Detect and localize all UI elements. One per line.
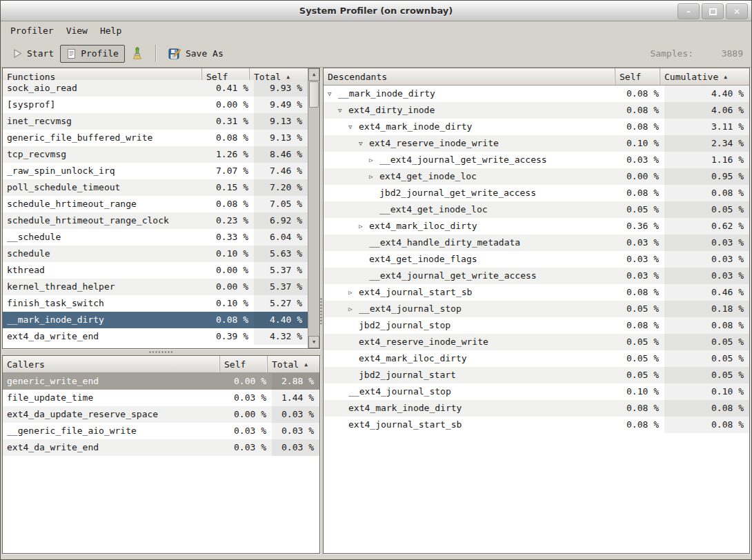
descendant-name-cell: ▷ext4_journal_start_sb xyxy=(324,284,624,301)
cumulative-percent-cell: 0.62 % xyxy=(664,218,749,234)
tree-row[interactable]: ▷ext4_journal_start_sb0.08 %0.46 % xyxy=(324,284,749,301)
descendants-column-header[interactable]: Descendants xyxy=(324,68,615,85)
table-row[interactable]: tcp_recvmsg1.26 %8.46 % xyxy=(3,146,308,163)
table-row[interactable]: _raw_spin_unlock_irq7.07 %7.46 % xyxy=(3,163,308,179)
profile-button[interactable]: Profile xyxy=(60,45,125,63)
tree-row[interactable]: ext4_mark_iloc_dirty0.05 %0.05 % xyxy=(324,350,749,367)
save-as-button[interactable]: Save As xyxy=(162,44,230,63)
descendant-name-cell: ▷ext4_get_inode_loc xyxy=(324,168,624,185)
sort-ascending-icon: ▲ xyxy=(286,74,290,80)
expander-open-icon[interactable]: ▽ xyxy=(338,102,348,119)
table-row[interactable]: __generic_file_aio_write0.03 %0.03 % xyxy=(3,423,319,439)
table-row[interactable]: __mark_inode_dirty0.08 %4.40 % xyxy=(3,312,308,328)
scroll-up-icon[interactable]: ▲ xyxy=(308,68,319,81)
tree-row[interactable]: __ext4_handle_dirty_metadata0.03 %0.03 % xyxy=(324,234,749,251)
total-percent-cell: 8.46 % xyxy=(254,146,308,163)
close-button[interactable]: ✕ xyxy=(726,3,748,19)
functions-scrollbar[interactable]: ▲ ▼ xyxy=(308,68,319,348)
function-name-cell: __generic_file_aio_write xyxy=(3,423,229,439)
expander-closed-icon[interactable]: ▷ xyxy=(359,218,369,234)
expander-closed-icon[interactable]: ▷ xyxy=(369,152,379,168)
table-row[interactable]: __schedule0.33 %6.04 % xyxy=(3,229,308,246)
vertical-splitter[interactable] xyxy=(320,68,323,554)
table-row[interactable]: kernel_thread_helper0.00 %5.37 % xyxy=(3,279,308,295)
start-button[interactable]: Start xyxy=(6,45,60,62)
expander-open-icon[interactable]: ▽ xyxy=(348,119,359,135)
table-row[interactable]: file_update_time0.03 %1.44 % xyxy=(3,390,319,406)
play-icon xyxy=(12,48,23,59)
table-row[interactable]: finish_task_switch0.10 %5.27 % xyxy=(3,295,308,312)
self-column-header[interactable]: Self xyxy=(615,68,660,85)
menu-profiler[interactable]: Profiler xyxy=(4,23,60,39)
table-row[interactable]: schedule0.10 %5.63 % xyxy=(3,246,308,262)
function-name-cell: poll_schedule_timeout xyxy=(3,179,211,196)
expander-closed-icon[interactable]: ▷ xyxy=(348,301,359,317)
self-percent-cell: 0.03 % xyxy=(624,268,664,284)
tree-row[interactable]: ▽ext4_mark_inode_dirty0.08 %3.11 % xyxy=(324,119,749,135)
scrollbar-thumb[interactable] xyxy=(309,81,319,108)
cumulative-percent-cell: 0.05 % xyxy=(664,334,749,350)
paint-brush-icon xyxy=(131,47,144,60)
descendant-name: ext4_dirty_inode xyxy=(348,102,435,119)
self-column-header[interactable]: Self xyxy=(220,356,268,372)
minimize-button[interactable]: – xyxy=(677,3,700,19)
titlebar[interactable]: System Profiler (on crownbay) – ✕ xyxy=(1,1,751,21)
menu-help[interactable]: Help xyxy=(94,23,128,39)
table-row[interactable]: schedule_hrtimeout_range0.08 %7.05 % xyxy=(3,196,308,212)
tree-row[interactable]: ▷ext4_get_inode_loc0.00 %0.95 % xyxy=(324,168,749,185)
expander-open-icon[interactable]: ▽ xyxy=(359,135,369,152)
functions-panel: Functions Self Total▲ sock_aio_read0.41 … xyxy=(2,68,320,349)
descendant-name: ext4_journal_start_sb xyxy=(359,284,472,301)
descendant-name-cell: ▽ext4_mark_inode_dirty xyxy=(324,119,624,135)
tree-row[interactable]: ext4_reserve_inode_write0.05 %0.05 % xyxy=(324,334,749,350)
table-row[interactable]: kthread0.00 %5.37 % xyxy=(3,262,308,279)
maximize-button[interactable] xyxy=(702,3,724,19)
tree-row[interactable]: jbd2_journal_start0.05 %0.05 % xyxy=(324,367,749,383)
tree-row[interactable]: ext4_journal_start_sb0.08 %0.08 % xyxy=(324,417,749,433)
profile-button-label: Profile xyxy=(81,48,119,59)
cumulative-percent-cell: 0.08 % xyxy=(664,400,749,417)
scrollbar-track[interactable] xyxy=(308,81,319,336)
tree-row[interactable]: __ext4_journal_stop0.10 %0.10 % xyxy=(324,383,749,400)
total-percent-cell: 9.13 % xyxy=(254,130,308,146)
function-name-cell: file_update_time xyxy=(3,390,229,406)
tree-row[interactable]: __ext4_journal_get_write_access0.03 %0.0… xyxy=(324,268,749,284)
table-row[interactable]: ext4_da_update_reserve_space0.00 %0.03 % xyxy=(3,406,319,423)
table-row[interactable]: ext4_da_write_end0.39 %4.32 % xyxy=(3,328,308,345)
tree-row[interactable]: __ext4_get_inode_loc0.05 %0.05 % xyxy=(324,201,749,218)
horizontal-splitter[interactable] xyxy=(2,349,320,355)
menu-view[interactable]: View xyxy=(60,23,94,39)
save-as-button-label: Save As xyxy=(186,48,224,59)
table-row[interactable]: [sysprof]0.00 %9.49 % xyxy=(3,97,308,113)
self-percent-cell: 0.39 % xyxy=(211,328,254,345)
table-row[interactable]: schedule_hrtimeout_range_clock0.23 %6.92… xyxy=(3,212,308,229)
table-row[interactable]: poll_schedule_timeout0.15 %7.20 % xyxy=(3,179,308,196)
tree-row[interactable]: ext4_get_inode_flags0.03 %0.03 % xyxy=(324,251,749,268)
tree-row[interactable]: ▷__ext4_journal_get_write_access0.03 %1.… xyxy=(324,152,749,168)
expander-closed-icon[interactable]: ▷ xyxy=(369,168,379,185)
expander-open-icon[interactable]: ▽ xyxy=(328,86,338,102)
table-row[interactable]: ext4_da_write_end0.03 %0.03 % xyxy=(3,439,319,456)
tree-row[interactable]: ▽ext4_dirty_inode0.08 %4.06 % xyxy=(324,102,749,119)
expander-closed-icon[interactable]: ▷ xyxy=(348,284,359,301)
table-row[interactable]: generic_write_end0.00 %2.88 % xyxy=(3,373,319,390)
total-column-header[interactable]: Total▲ xyxy=(268,356,319,372)
tree-row[interactable]: jbd2_journal_get_write_access0.08 %0.08 … xyxy=(324,185,749,201)
tree-row[interactable]: ▽ext4_reserve_inode_write0.10 %2.34 % xyxy=(324,135,749,152)
sort-ascending-icon: ▲ xyxy=(724,74,727,80)
table-row[interactable]: sock_aio_read0.41 %9.93 % xyxy=(3,80,308,97)
tree-row[interactable]: jbd2_journal_stop0.08 %0.08 % xyxy=(324,317,749,334)
tree-row[interactable]: ext4_mark_inode_dirty0.08 %0.08 % xyxy=(324,400,749,417)
tree-row[interactable]: ▷__ext4_journal_stop0.05 %0.18 % xyxy=(324,301,749,317)
tree-row[interactable]: ▷ext4_mark_iloc_dirty0.36 %0.62 % xyxy=(324,218,749,234)
cumulative-column-header[interactable]: Cumulative▲ xyxy=(660,68,749,85)
callers-column-header[interactable]: Callers xyxy=(3,356,220,372)
tree-row[interactable]: ▽__mark_inode_dirty0.08 %4.40 % xyxy=(324,86,749,102)
cumulative-percent-cell: 0.03 % xyxy=(664,234,749,251)
table-row[interactable]: inet_recvmsg0.31 %9.13 % xyxy=(3,113,308,130)
maximize-icon xyxy=(709,8,717,15)
brush-button[interactable] xyxy=(125,43,150,63)
descendant-name-cell: ext4_get_inode_flags xyxy=(324,251,624,268)
table-row[interactable]: generic_file_buffered_write0.08 %9.13 % xyxy=(3,130,308,146)
scroll-down-icon[interactable]: ▼ xyxy=(308,336,319,348)
